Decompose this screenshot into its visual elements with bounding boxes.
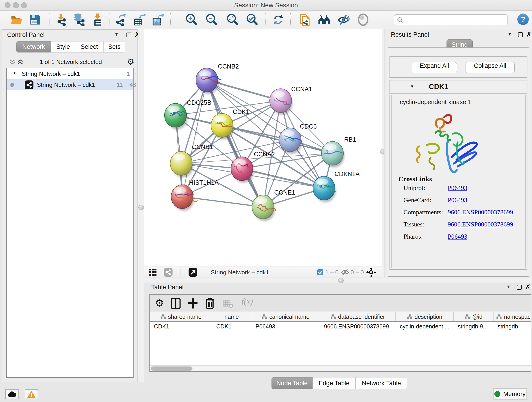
column-header-shared-name[interactable]: shared name — [150, 312, 212, 321]
table-cell[interactable]: 9606.ENSP00000378699 — [320, 322, 396, 331]
birds-eye-icon[interactable] — [366, 267, 376, 277]
column-header-database-identifier[interactable]: database identifier — [320, 312, 396, 321]
column-header-name[interactable]: name — [212, 312, 251, 321]
panel-menu-caret-icon[interactable]: ▼ — [507, 32, 512, 37]
node-CDKN1A[interactable] — [313, 176, 336, 202]
create-column-icon[interactable] — [188, 298, 198, 309]
node-RB1[interactable] — [322, 141, 344, 167]
panel-close-icon[interactable]: ✗ — [525, 283, 530, 291]
vertical-splitter-left[interactable] — [138, 29, 144, 382]
save-session-icon[interactable] — [28, 13, 41, 26]
node-CCNB1[interactable] — [170, 152, 193, 177]
export-image-icon[interactable] — [151, 13, 164, 26]
node-CCNA2[interactable] — [231, 157, 254, 183]
node-CDK1[interactable] — [211, 114, 234, 139]
tree-expander-icon[interactable]: ▼ — [13, 70, 17, 75]
crosslink-link[interactable]: P06493 — [448, 196, 467, 204]
tab-node-table[interactable]: Node Table — [272, 377, 312, 389]
column-header-description[interactable]: description — [396, 312, 454, 321]
copy-style-icon[interactable] — [298, 13, 311, 26]
collapse-all-button[interactable]: Collapse All — [466, 62, 515, 73]
node-HIST1H1A[interactable] — [171, 185, 197, 211]
grid-view-icon[interactable] — [149, 269, 158, 276]
panel-float-icon[interactable] — [127, 32, 131, 37]
panel-close-icon[interactable]: ✗ — [526, 31, 532, 38]
hide-selected-icon[interactable] — [336, 13, 350, 26]
export-network-icon[interactable] — [114, 13, 127, 26]
node-CCNA1[interactable] — [270, 89, 292, 115]
node-description: cyclin-dependent kinase 1 — [400, 99, 471, 106]
selected-checkbox-icon[interactable] — [317, 269, 323, 275]
export-table-icon[interactable] — [133, 13, 146, 26]
memory-button[interactable]: Memory — [493, 389, 527, 400]
splitter-grip[interactable] — [138, 205, 144, 210]
open-session-icon[interactable] — [10, 13, 23, 26]
table-cell[interactable]: CDK1 — [212, 322, 251, 331]
table-row[interactable]: CDK1CDK1P064939606.ENSP00000378699cyclin… — [150, 322, 531, 331]
node-CDC25B[interactable] — [165, 103, 187, 129]
panel-float-icon[interactable] — [517, 285, 522, 290]
tab-sets[interactable]: Sets — [103, 41, 125, 52]
control-panel: Control Panel ▼ ✗ NetworkStyleSelectSets… — [2, 29, 138, 382]
edge-CCNB2-CCNE1[interactable] — [207, 80, 263, 207]
table-options-gear-icon[interactable]: ⚙ — [155, 297, 164, 309]
crosslink-link[interactable]: P06493 — [448, 233, 467, 240]
collapse-caret-icon[interactable]: ▼ — [410, 84, 414, 89]
detach-view-icon[interactable] — [188, 268, 197, 277]
panel-menu-caret-icon[interactable]: ▼ — [506, 284, 511, 289]
network-row[interactable]: String Network – cdk1 11 48 — [7, 79, 133, 90]
column-network-icon — [330, 314, 336, 319]
network-options-gear-icon[interactable]: ⚙ — [127, 57, 134, 66]
warnings-button[interactable] — [25, 389, 38, 399]
search-input[interactable] — [394, 14, 508, 25]
preview-icon[interactable] — [356, 13, 370, 26]
tab-select[interactable]: Select — [75, 41, 103, 52]
edge-HIST1H1A-CCNE1[interactable] — [182, 197, 263, 207]
network-collection-row[interactable]: ▼ String Network – cdk1 1 — [7, 68, 133, 79]
network-view-icon[interactable] — [164, 268, 173, 277]
network-canvas[interactable]: CCNB2CCNA1CDC25BCDK1CDC6RB1CCNB1CCNA2CDK… — [144, 29, 382, 267]
home-icon[interactable] — [317, 13, 331, 26]
crosslink-link[interactable]: 9606.ENSP00000378699 — [448, 221, 513, 228]
tab-edge-table[interactable]: Edge Table — [312, 377, 355, 389]
network-graph[interactable]: CCNB2CCNA1CDC25BCDK1CDC6RB1CCNB1CCNA2CDK… — [144, 29, 382, 267]
crosslink-link[interactable]: 9606.ENSP00000378699 — [448, 209, 513, 216]
tab-style[interactable]: Style — [51, 41, 75, 52]
table-cell[interactable]: stringdb — [494, 322, 532, 331]
help-icon[interactable]: ? — [517, 13, 529, 25]
zoom-selected-icon[interactable] — [245, 13, 259, 26]
hidden-eye-icon[interactable] — [341, 269, 350, 275]
table-cell[interactable]: cyclin-dependent ... — [396, 322, 454, 331]
panel-menu-caret-icon[interactable]: ▼ — [114, 32, 119, 37]
tab-network-table[interactable]: Network Table — [355, 377, 407, 389]
node-CCNE1[interactable] — [252, 195, 276, 221]
column-header-namespac[interactable]: namespac — [494, 312, 532, 321]
table-cell[interactable]: stringdb:9... — [454, 322, 494, 331]
node-card-header[interactable]: ▼ CDK1 — [390, 80, 527, 94]
cloud-status-button[interactable] — [5, 389, 19, 399]
panel-float-icon[interactable] — [518, 32, 523, 37]
refresh-icon[interactable] — [272, 13, 285, 26]
delete-column-icon[interactable] — [205, 298, 215, 309]
import-table-icon[interactable] — [91, 13, 104, 26]
table-cell[interactable]: CDK1 — [150, 322, 212, 331]
tab-network[interactable]: Network — [16, 41, 51, 52]
show-columns-icon[interactable] — [171, 298, 181, 309]
scrollbar-thumb[interactable] — [151, 366, 192, 370]
table-cell[interactable]: P06493 — [251, 322, 320, 331]
import-network-database-icon[interactable] — [72, 13, 86, 26]
zoom-in-icon[interactable] — [185, 13, 198, 26]
column-header-canonical-name[interactable]: canonical name — [251, 312, 320, 321]
crosslink-link[interactable]: P06493 — [448, 184, 467, 191]
node-table[interactable]: shared namenamecanonical namedatabase id… — [150, 312, 531, 371]
table-horizontal-scrollbar[interactable] — [150, 365, 531, 371]
column-header--id[interactable]: @id — [454, 312, 494, 321]
expand-all-button[interactable]: Expand All — [412, 62, 457, 73]
zoom-fit-icon[interactable] — [226, 13, 239, 26]
zoom-out-icon[interactable] — [205, 13, 218, 26]
node-name: CDK1 — [429, 83, 448, 91]
import-network-file-icon[interactable] — [55, 13, 68, 26]
network-summary-row: 1 of 1 Network selected ⚙ — [2, 57, 137, 67]
expand-all-icon[interactable] — [17, 59, 23, 65]
collapse-all-icon[interactable] — [9, 59, 15, 65]
